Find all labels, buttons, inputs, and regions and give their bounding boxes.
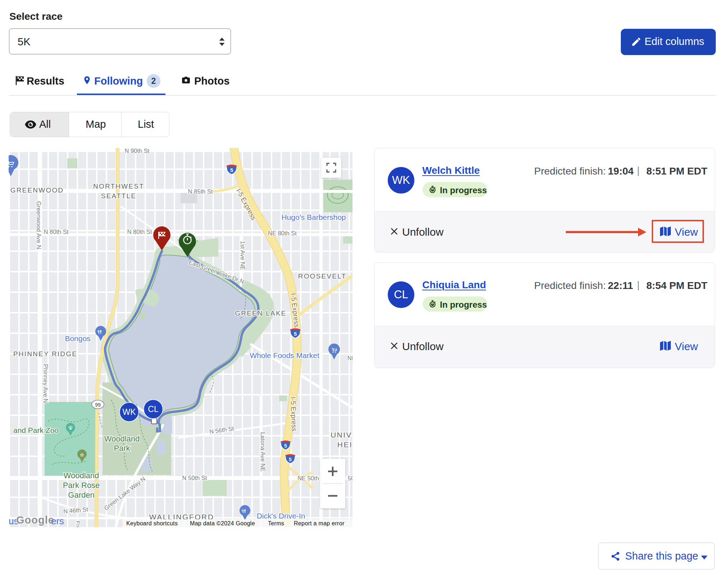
svg-text:N 80th St: N 80th St	[44, 228, 69, 235]
svg-text:Latona Ave NE: Latona Ave NE	[260, 432, 266, 472]
svg-text:I-5 Express: I-5 Express	[289, 397, 298, 431]
svg-text:UNIV: UNIV	[331, 431, 352, 439]
svg-text:N 80th St: N 80th St	[127, 228, 152, 235]
svg-text:ROOSEVELT: ROOSEVELT	[298, 272, 347, 280]
svg-text:Park Rose: Park Rose	[63, 481, 100, 490]
svg-text:SEATTLE: SEATTLE	[101, 192, 136, 200]
svg-text:PHINNEY RIDGE: PHINNEY RIDGE	[13, 350, 77, 358]
svg-text:5: 5	[284, 443, 287, 449]
svg-text:Whole Foods Market: Whole Foods Market	[250, 351, 319, 359]
svg-text:CL: CL	[148, 404, 159, 414]
svg-text:Fre: Fre	[75, 521, 81, 527]
svg-text:NE 80th St: NE 80th St	[268, 230, 297, 236]
svg-text:Bongos: Bongos	[65, 334, 90, 343]
svg-text:Garden: Garden	[68, 490, 94, 499]
svg-text:5: 5	[230, 167, 233, 173]
svg-text:GREEN LAKE: GREEN LAKE	[235, 309, 286, 317]
svg-text:NE: NE	[347, 355, 352, 361]
svg-text:N 85th St: N 85th St	[188, 188, 213, 195]
svg-text:HEI: HEI	[337, 440, 352, 449]
svg-text:NORTHWEST: NORTHWEST	[93, 182, 144, 190]
svg-text:Greenwood Ave N: Greenwood Ave N	[36, 201, 42, 249]
svg-text:Phinney Ave N: Phinney Ave N	[42, 364, 49, 403]
svg-text:99: 99	[95, 402, 101, 408]
svg-text:5: 5	[294, 331, 297, 337]
svg-text:5: 5	[289, 457, 292, 462]
svg-text:Hugo's Barbershop: Hugo's Barbershop	[281, 213, 346, 221]
svg-text:1st Ave NE: 1st Ave NE	[240, 241, 246, 270]
svg-text:N 90th St: N 90th St	[125, 148, 150, 154]
svg-text:50: 50	[348, 475, 352, 481]
svg-text:N 50th St: N 50th St	[182, 475, 207, 481]
svg-text:Dick's Drive-In: Dick's Drive-In	[257, 512, 305, 520]
svg-text:WK: WK	[122, 407, 136, 417]
svg-text:and Park Zoo: and Park Zoo	[13, 426, 59, 434]
svg-text:GREENWOOD: GREENWOOD	[10, 186, 64, 194]
svg-text:NE 50th: NE 50th	[297, 475, 319, 481]
svg-text:Woodland: Woodland	[104, 434, 140, 443]
svg-text:Woodland: Woodland	[64, 471, 99, 480]
svg-text:Park: Park	[114, 444, 130, 453]
